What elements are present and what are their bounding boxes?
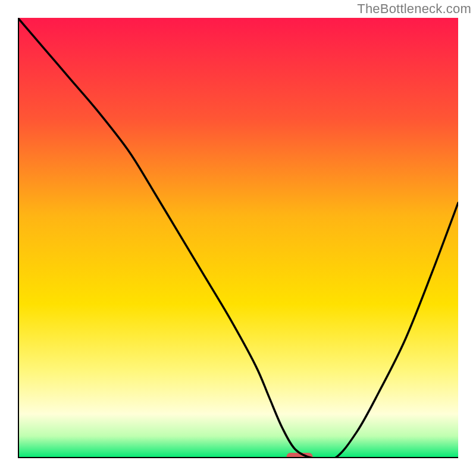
chart-background [18,18,458,458]
watermark-text: TheBottleneck.com [357,1,471,17]
chart-plot [18,18,458,458]
chart-container: TheBottleneck.com [0,0,476,476]
chart-svg [18,18,458,458]
